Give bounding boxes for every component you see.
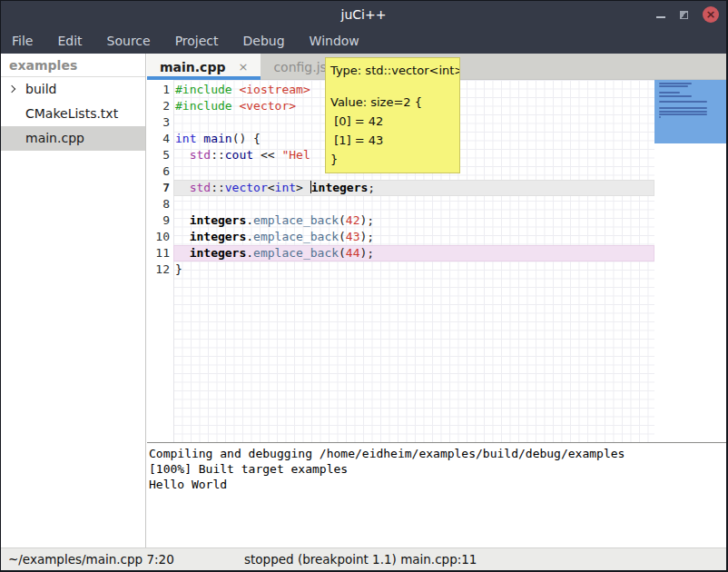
- debug-tooltip: Type: std::vector<int>Value: size=2 { [0…: [325, 57, 460, 173]
- line-number[interactable]: 7: [147, 180, 170, 196]
- menu-item-project[interactable]: Project: [175, 30, 219, 52]
- status-file-position: ~/examples/main.cpp 7:20: [8, 548, 174, 570]
- tab-label: main.cpp: [160, 60, 225, 74]
- line-number[interactable]: 12: [147, 261, 170, 278]
- tree-item-main-cpp[interactable]: main.cpp: [1, 126, 145, 151]
- menu-item-source[interactable]: Source: [107, 30, 151, 52]
- code-line-7[interactable]: 7 std::vector<int> integers;: [147, 180, 654, 196]
- restore-icon[interactable]: [680, 11, 688, 19]
- line-text: integers.emplace_back(44);: [175, 245, 654, 261]
- line-number[interactable]: 3: [147, 114, 170, 131]
- output-line: [100%] Built target examples: [149, 461, 726, 477]
- output-line: Hello World: [149, 477, 726, 492]
- menu-item-edit[interactable]: Edit: [57, 30, 82, 52]
- line-text: std::vector<int> integers;: [175, 180, 654, 196]
- tooltip-line: [330, 80, 455, 93]
- line-text: integers.emplace_back(43);: [175, 229, 654, 245]
- chevron-right-icon[interactable]: [8, 85, 15, 93]
- titlebar[interactable]: juCi++: [1, 1, 726, 28]
- line-number[interactable]: 2: [147, 98, 170, 114]
- tab-main-cpp[interactable]: main.cpp: [147, 54, 261, 80]
- line-number[interactable]: 5: [147, 147, 170, 163]
- close-icon[interactable]: [703, 6, 719, 23]
- tooltip-line: Type: std::vector<int>: [330, 61, 455, 80]
- line-number[interactable]: 10: [147, 229, 170, 245]
- window-title: juCi++: [1, 1, 726, 28]
- tree-item-label: CMakeLists.txt: [25, 106, 118, 121]
- line-number[interactable]: 11: [147, 245, 170, 261]
- minimize-icon[interactable]: [656, 16, 665, 18]
- menu-item-debug[interactable]: Debug: [243, 30, 285, 52]
- tooltip-line: [0] = 42: [330, 112, 455, 131]
- code-line-11[interactable]: 11 integers.emplace_back(44);: [147, 245, 654, 261]
- code-line-8[interactable]: 8: [147, 196, 654, 212]
- output-panel[interactable]: Compiling and debugging /home/eidheim/ex…: [147, 442, 726, 547]
- line-text: }: [175, 261, 654, 278]
- tree-item-label: build: [25, 82, 56, 96]
- tooltip-line: [1] = 43: [330, 131, 455, 150]
- line-text: integers.emplace_back(42);: [175, 212, 654, 229]
- tree-item-cmakelists-txt[interactable]: CMakeLists.txt: [1, 102, 145, 126]
- code-line-9[interactable]: 9 integers.emplace_back(42);: [147, 212, 654, 229]
- tree-item-label: main.cpp: [25, 131, 84, 145]
- tree-item-build[interactable]: build: [1, 77, 145, 102]
- file-tree-sidebar: examples buildCMakeLists.txtmain.cpp: [1, 54, 146, 547]
- window-controls: [656, 1, 719, 28]
- menubar: FileEditSourceProjectDebugWindow: [1, 28, 726, 54]
- menu-item-window[interactable]: Window: [310, 30, 359, 52]
- line-number[interactable]: 6: [147, 163, 170, 180]
- statusbar: ~/examples/main.cpp 7:20 stopped (breakp…: [1, 547, 726, 570]
- output-line: Compiling and debugging /home/eidheim/ex…: [149, 446, 726, 461]
- code-line-10[interactable]: 10 integers.emplace_back(43);: [147, 229, 654, 245]
- line-number[interactable]: 4: [147, 131, 170, 147]
- source-map-mini-code: [659, 83, 707, 120]
- app-window: juCi++ FileEditSourceProjectDebugWindow …: [0, 0, 728, 572]
- file-tree: buildCMakeLists.txtmain.cpp: [1, 77, 145, 151]
- code-line-12[interactable]: 12}: [147, 261, 654, 278]
- project-name-header: examples: [1, 54, 145, 77]
- line-number[interactable]: 8: [147, 196, 170, 212]
- line-number[interactable]: 1: [147, 82, 170, 98]
- tooltip-line: Value: size=2 {: [330, 93, 455, 112]
- menu-item-file[interactable]: File: [12, 30, 33, 52]
- tab-close-icon[interactable]: [238, 60, 248, 74]
- source-map-visible-region[interactable]: [654, 80, 726, 143]
- line-number[interactable]: 9: [147, 212, 170, 229]
- tooltip-line: }: [330, 150, 455, 169]
- status-debug-state: stopped (breakpoint 1.1) main.cpp:11: [244, 548, 477, 570]
- source-map[interactable]: [654, 80, 726, 442]
